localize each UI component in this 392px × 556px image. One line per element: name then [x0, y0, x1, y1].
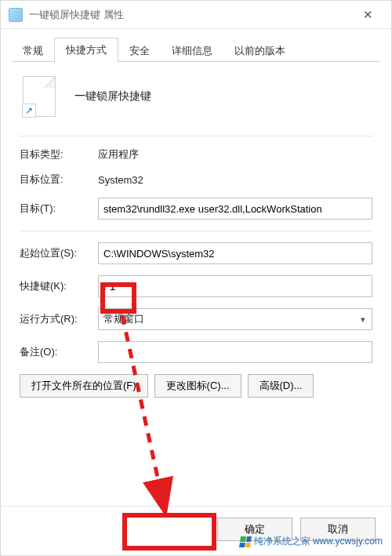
combo-run-value: 常规窗口: [103, 312, 144, 326]
label-comment: 备注(O):: [20, 345, 98, 359]
advanced-button[interactable]: 高级(D)...: [248, 374, 314, 398]
close-icon: ✕: [363, 8, 373, 22]
shortcut-file-icon: ↗: [23, 76, 56, 117]
change-icon-button[interactable]: 更改图标(C)...: [154, 374, 241, 398]
combo-run[interactable]: 常规窗口 ▾: [98, 308, 372, 330]
shortcut-header: ↗ 一键锁屏快捷键: [20, 76, 372, 117]
tab-previous-versions[interactable]: 以前的版本: [223, 39, 296, 63]
tab-security[interactable]: 安全: [118, 39, 161, 63]
label-target-location: 目标位置:: [20, 173, 98, 187]
row-target: 目标(T):: [20, 198, 372, 220]
row-start-in: 起始位置(S):: [20, 242, 372, 264]
open-file-location-button[interactable]: 打开文件所在的位置(F): [20, 374, 148, 398]
label-shortcut-key: 快捷键(K):: [20, 279, 98, 293]
window-title: 一键锁屏快捷键 属性: [29, 8, 352, 22]
row-shortcut-key: 快捷键(K):: [20, 275, 372, 297]
row-target-location: 目标位置: System32: [20, 173, 372, 187]
watermark-text: 纯净系统之家 www.ycwsjy.com: [254, 535, 383, 548]
label-start-in: 起始位置(S):: [20, 246, 98, 260]
action-button-row: 打开文件所在的位置(F) 更改图标(C)... 高级(D)...: [20, 374, 372, 398]
row-run: 运行方式(R): 常规窗口 ▾: [20, 308, 372, 330]
row-comment: 备注(O):: [20, 341, 372, 363]
input-start-in[interactable]: [98, 242, 372, 264]
tab-content: ↗ 一键锁屏快捷键 目标类型: 应用程序 目标位置: System32 目标(T…: [1, 62, 391, 506]
separator: [20, 136, 372, 136]
label-run: 运行方式(R):: [20, 312, 98, 326]
titlebar: 一键锁屏快捷键 属性 ✕: [1, 1, 391, 29]
tab-general[interactable]: 常规: [12, 39, 54, 63]
label-target: 目标(T):: [20, 202, 98, 216]
watermark-logo-icon: [239, 536, 252, 547]
close-button[interactable]: ✕: [352, 4, 383, 26]
input-shortcut-key[interactable]: [98, 275, 372, 297]
input-comment[interactable]: [98, 341, 372, 363]
properties-dialog: 一键锁屏快捷键 属性 ✕ 常规 快捷方式 安全 详细信息 以前的版本 ↗ 一键锁…: [0, 0, 392, 556]
tab-details[interactable]: 详细信息: [161, 39, 223, 63]
separator: [20, 231, 372, 231]
app-icon: [9, 8, 23, 22]
input-target[interactable]: [98, 198, 372, 220]
tab-shortcut[interactable]: 快捷方式: [54, 38, 118, 63]
tab-strip: 常规 快捷方式 安全 详细信息 以前的版本: [1, 29, 391, 62]
row-target-type: 目标类型: 应用程序: [20, 147, 372, 162]
value-target-type: 应用程序: [98, 147, 372, 162]
shortcut-name: 一键锁屏快捷键: [74, 89, 151, 104]
shortcut-overlay-arrow-icon: ↗: [22, 104, 36, 118]
chevron-down-icon: ▾: [358, 314, 368, 325]
watermark: 纯净系统之家 www.ycwsjy.com: [240, 535, 383, 548]
value-target-location: System32: [98, 174, 372, 186]
label-target-type: 目标类型:: [20, 147, 98, 162]
